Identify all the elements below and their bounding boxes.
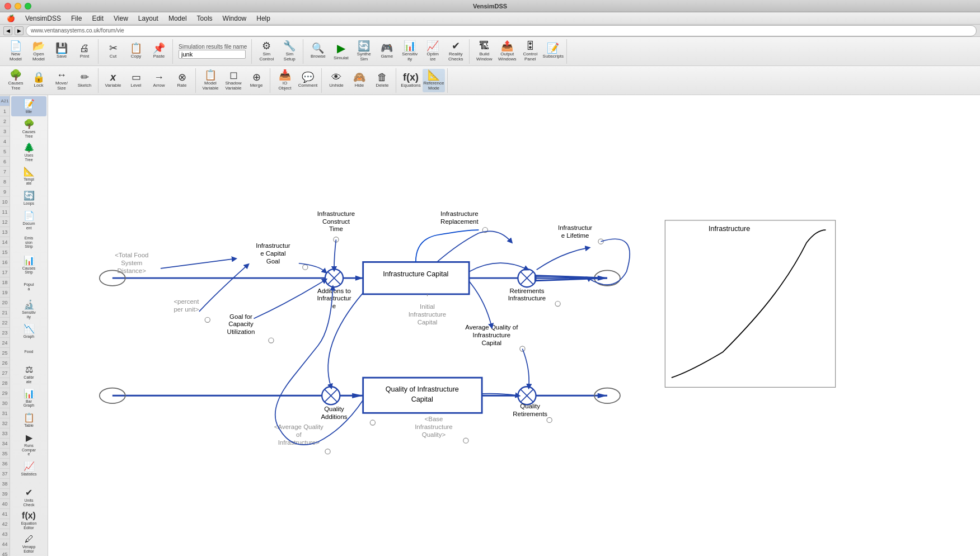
sidebar-item-statistics[interactable]: 📈 Statistics [11,459,46,479]
io-object-button[interactable]: 📥 IOObject [274,69,296,92]
cut-icon: ✂ [109,43,118,53]
causes-strip-icon: 📊 [24,255,35,266]
shadow-variable-button[interactable]: ◻ ShadowVariable [222,69,245,92]
infra-capital-node[interactable] [363,262,469,294]
sidebar-item-venapp-editor[interactable]: 🖊 VenappEditor [11,533,46,555]
document-sidebar-icon: 📄 [24,210,35,221]
menu-edit[interactable]: Edit [87,13,108,23]
row-num-41: 41 [0,509,10,519]
sidebar-item-table[interactable]: 📋 Table [11,410,46,430]
simulate-icon: ▶ [337,41,345,55]
paste-button[interactable]: 📌 Paste [148,40,170,63]
comment-button[interactable]: 💬 Comment [297,69,319,92]
causes-tree-button[interactable]: 🌳 CausesTree [4,69,27,92]
optimize-button[interactable]: 📈 Optimize [421,40,444,63]
menu-window[interactable]: Window [218,13,251,23]
reference-mode-label: ReferenceMode [424,81,444,91]
rate-button[interactable]: ⊗ Rate [171,69,193,92]
traffic-lights[interactable] [4,3,31,10]
sidebar-item-document[interactable]: 📄 Document [11,209,46,232]
sidebar-item-title[interactable]: 📝 title [11,96,46,116]
infra-replacement-label1: Infrastructure [440,210,479,217]
sensitivity-button[interactable]: 📊 Sensitivity [398,40,421,63]
output-windows-button[interactable]: 📤 OutputWindows [496,40,518,63]
model-variable-button[interactable]: 📋 ModelVariable [199,69,222,92]
sidebar-item-popula[interactable]: Popula [11,277,46,297]
sidebar-item-runs-compare[interactable]: ▶ RunsCompare [11,431,46,458]
reference-mode-button[interactable]: 📐 ReferenceMode [423,69,445,92]
sketch-button[interactable]: ✏ Sketch [73,69,96,92]
simulate-button[interactable]: ▶ Simulat [330,40,352,63]
popula-label: Popula [24,282,34,291]
menu-file[interactable]: File [67,13,86,23]
build-window-button[interactable]: 🏗 BuildWindow [473,40,495,63]
menu-layout[interactable]: Layout [134,13,163,23]
loops-sidebar-icon: 🔄 [24,190,35,201]
sketch-label: Sketch [78,83,91,88]
sidebar-item-causes-tree[interactable]: 🌳 CausesTree [11,117,46,140]
menu-tools[interactable]: Tools [193,13,217,23]
browse-button[interactable]: 🔍 Browse [307,40,329,63]
print-button[interactable]: 🖨 Print [73,40,96,63]
reference-panel[interactable] [665,220,835,388]
sidebar-item-causes-strip[interactable]: 📊 CausesStrip [11,253,46,276]
quality-retirements-label1: Quality [520,403,540,409]
sidebar-item-loops[interactable]: 🔄 Loops [11,188,46,208]
sidebar-item-equation-editor[interactable]: f(x) EquationEditor [11,509,46,531]
row-num-10: 10 [0,197,10,207]
browse-label: Browse [311,54,326,59]
browser-address-bar[interactable]: www.ventanasystems.co.uk/forum/vie [26,25,977,36]
cut-button[interactable]: ✂ Cut [102,40,124,63]
app-title: VensimDSS [473,3,507,10]
sidebar-item-bar-graph[interactable]: 📊 BarGraph [11,387,46,409]
sidebar-item-calibrate[interactable]: ⚖ Calibrate [11,362,46,385]
variable-button[interactable]: x Variable [102,69,124,92]
row-num-26: 26 [0,358,10,368]
sim-filename-input[interactable] [179,50,246,59]
menu-model[interactable]: Model [164,13,191,23]
reality-checks-button[interactable]: ✔ RealityChecks [444,40,467,63]
synthsim-button[interactable]: 🔄 SyntheSim [353,40,375,63]
browser-forward[interactable]: ▶ [15,26,24,35]
sidebar-item-template[interactable]: 📐 Template [11,164,46,187]
sidebar-item-food[interactable]: Food [11,342,46,362]
equations-button[interactable]: f(x) Equations [400,69,422,92]
unhide-button[interactable]: 👁 Unhide [325,69,348,92]
control-panel-button[interactable]: 🎛 ControlPanel [519,40,541,63]
level-button[interactable]: ▭ Level [125,69,147,92]
sidebar-item-units-check[interactable]: ✔ UnitsCheck [11,486,46,508]
move-size-button[interactable]: ↔ Move/Size [50,69,73,92]
close-btn[interactable] [4,3,11,10]
row-num-15: 15 [0,247,10,257]
menu-vensim[interactable]: VensimDSS [21,13,65,23]
emissions-icon: EmissionStrip [25,236,34,249]
arrow-button[interactable]: → Arrow [148,69,170,92]
open-model-button[interactable]: 📂 OpenModel [27,40,50,63]
browser-back[interactable]: ◀ [3,26,12,35]
subscripts-button[interactable]: 📝 Subscripts [542,40,564,63]
infra-time-label2: Construct [322,218,350,225]
toolbar-1: 📄 NewModel 📂 OpenModel 💾 Save 🖨 Print ✂ … [0,37,980,66]
menu-help[interactable]: Help [252,13,275,23]
row-num-22: 22 [0,318,10,328]
sim-control-button[interactable]: ⚙ SimControl [255,40,278,63]
new-model-button[interactable]: 📄 NewModel [4,40,27,63]
sidebar-item-uses-tree[interactable]: 🌲 UsesTree [11,140,46,163]
merge-button[interactable]: ⊕ Merge [245,69,268,92]
save-button[interactable]: 💾 Save [50,40,73,63]
sidebar-item-graph[interactable]: 📉 Graph [11,321,46,341]
game-button[interactable]: 🎮 Game [376,40,398,63]
minimize-btn[interactable] [15,3,21,10]
lock-button[interactable]: 🔒 Lock [27,69,50,92]
row-num-17: 17 [0,267,10,277]
apple-menu[interactable]: 🍎 [2,13,20,23]
sidebar-item-emissions[interactable]: EmissionStrip [11,233,46,253]
io-object-icon: 📥 [279,70,291,80]
copy-button[interactable]: 📋 Copy [125,40,147,63]
menu-view[interactable]: View [109,13,133,23]
sidebar-item-sensitivity[interactable]: 🔬 Sensitivity [11,298,46,321]
sim-setup-button[interactable]: 🔧 SimSetup [278,40,301,63]
hide-button[interactable]: 🙈 Hide [348,69,371,92]
maximize-btn[interactable] [25,3,31,10]
delete-button[interactable]: 🗑 Delete [371,69,393,92]
